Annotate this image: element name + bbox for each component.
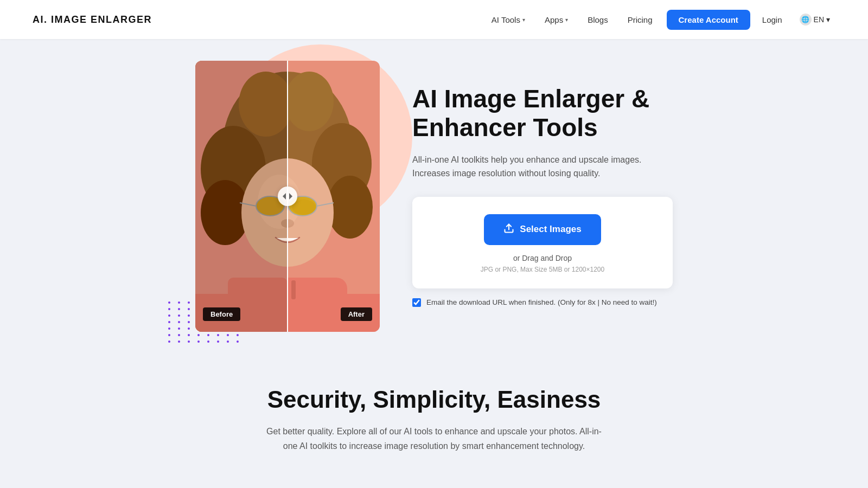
drag-drop-text: or Drag and Drop bbox=[425, 254, 660, 262]
image-comparison: Before After bbox=[195, 61, 380, 332]
login-button[interactable]: Login bbox=[755, 11, 790, 29]
file-info-text: JPG or PNG, Max Size 5MB or 1200×1200 bbox=[425, 266, 660, 273]
pricing-label: Pricing bbox=[628, 15, 653, 24]
brand-logo: AI. IMAGE ENLARGER bbox=[33, 14, 152, 25]
features-title: Security, Simplicity, Easiness bbox=[33, 386, 835, 413]
features-subtitle: Get better quality. Explore all of our A… bbox=[260, 424, 608, 453]
lang-code: EN bbox=[814, 15, 824, 24]
select-images-label: Select Images bbox=[520, 224, 581, 235]
email-checkbox[interactable] bbox=[412, 298, 421, 307]
globe-icon: 🌐 bbox=[800, 14, 812, 25]
select-images-button[interactable]: Select Images bbox=[484, 214, 601, 245]
nav-links: AI Tools ▾ Apps ▾ Blogs Pricing Create A… bbox=[484, 10, 835, 30]
email-checkbox-row: Email the download URL when finished. (O… bbox=[412, 297, 673, 308]
svg-marker-39 bbox=[289, 193, 292, 200]
hero-section: Before After AI Image Enlarger & Enhance… bbox=[108, 39, 760, 364]
ai-tools-chevron: ▾ bbox=[522, 17, 525, 23]
svg-rect-24 bbox=[291, 280, 296, 299]
create-account-button[interactable]: Create Account bbox=[667, 10, 750, 30]
hero-title: AI Image Enlarger & Enhancer Tools bbox=[412, 85, 673, 142]
ai-tools-label: AI Tools bbox=[492, 15, 520, 24]
hero-text-content: AI Image Enlarger & Enhancer Tools All-i… bbox=[412, 85, 673, 308]
image-comparison-wrapper: Before After bbox=[195, 61, 380, 332]
svg-point-5 bbox=[285, 72, 334, 131]
nav-blogs[interactable]: Blogs bbox=[580, 11, 616, 29]
language-selector[interactable]: 🌐 EN ▾ bbox=[794, 10, 835, 29]
after-label: After bbox=[341, 307, 372, 321]
nav-apps[interactable]: Apps ▾ bbox=[537, 11, 576, 29]
comparison-handle[interactable] bbox=[278, 187, 297, 206]
blogs-label: Blogs bbox=[588, 15, 608, 24]
upload-box: Select Images or Drag and Drop JPG or PN… bbox=[412, 197, 673, 288]
svg-rect-37 bbox=[228, 278, 288, 332]
svg-point-7 bbox=[327, 176, 373, 239]
nav-pricing[interactable]: Pricing bbox=[620, 11, 660, 29]
upload-icon bbox=[503, 223, 514, 236]
features-section: Security, Simplicity, Easiness Get bette… bbox=[0, 364, 868, 464]
svg-marker-38 bbox=[283, 193, 286, 200]
apps-chevron: ▾ bbox=[565, 17, 568, 23]
email-checkbox-label: Email the download URL when finished. (O… bbox=[426, 297, 657, 308]
before-label: Before bbox=[203, 307, 240, 321]
image-before bbox=[195, 61, 288, 332]
hero-subtitle: All-in-one AI toolkits help you enhance … bbox=[412, 153, 673, 181]
apps-label: Apps bbox=[545, 15, 563, 24]
lang-chevron: ▾ bbox=[826, 15, 830, 24]
navbar: AI. IMAGE ENLARGER AI Tools ▾ Apps ▾ Blo… bbox=[0, 0, 868, 39]
nav-ai-tools[interactable]: AI Tools ▾ bbox=[484, 11, 533, 29]
